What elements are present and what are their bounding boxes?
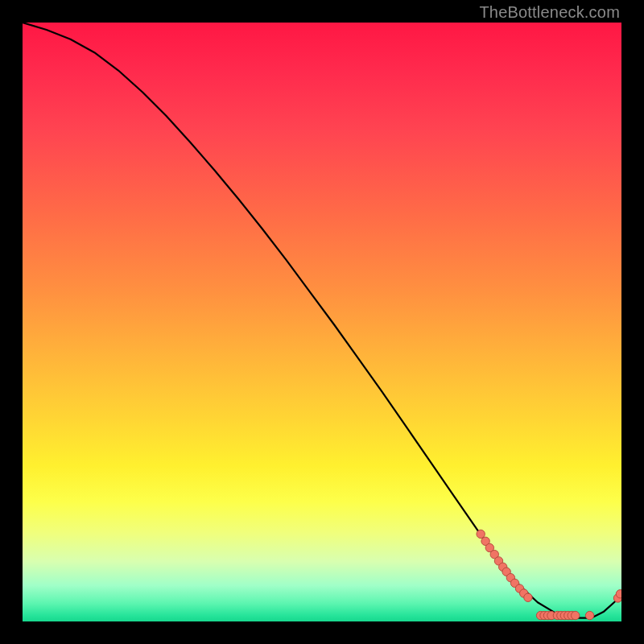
curve-marker <box>572 611 580 619</box>
curve-marker <box>524 593 532 601</box>
plot-area <box>23 23 621 621</box>
curve-marker <box>477 530 485 538</box>
chart-frame: TheBottleneck.com <box>0 0 644 644</box>
watermark-text: TheBottleneck.com <box>479 3 620 22</box>
curve-marker <box>616 590 621 598</box>
chart-svg <box>23 23 621 621</box>
curve-markers <box>477 530 621 620</box>
curve-marker <box>585 611 593 619</box>
bottleneck-curve <box>23 23 621 618</box>
